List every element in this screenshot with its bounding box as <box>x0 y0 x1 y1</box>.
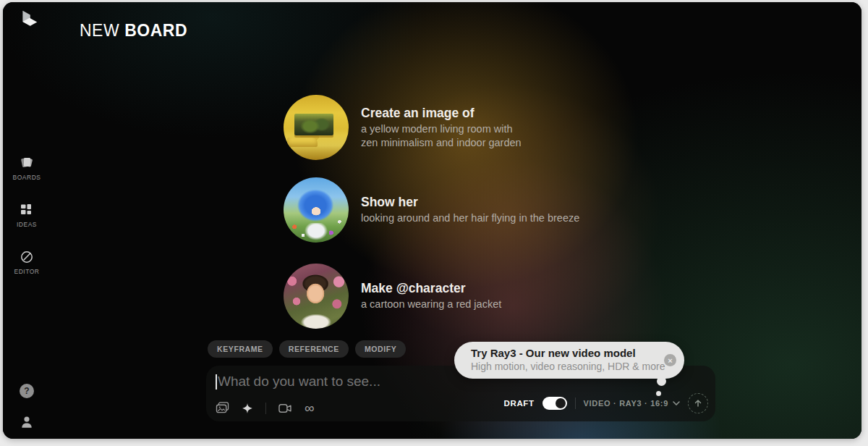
example-image-yellow-living-room <box>284 95 349 160</box>
page-title: NEWBOARD <box>80 21 187 41</box>
model-selector-dropdown[interactable]: VIDEO · RAY3 · 16:9 <box>584 399 680 408</box>
loop-infinity-icon[interactable]: ∞ <box>305 403 315 413</box>
close-icon: × <box>668 356 672 365</box>
ray3-promo-tooltip: Try Ray3 - Our new video model High moti… <box>454 342 684 379</box>
tooltip-subtitle: High motion, video reasoning, HDR & more <box>471 361 684 374</box>
enhance-sparkle-icon[interactable] <box>242 403 253 414</box>
sidebar-item-label: EDITOR <box>14 268 40 275</box>
chip-modify[interactable]: MODIFY <box>355 340 406 358</box>
sidebar-item-label: IDEAS <box>17 221 37 228</box>
example-title: Create an image of <box>361 106 522 121</box>
example-image-anime-girl <box>284 177 349 243</box>
example-prompt-make-character[interactable]: Make @character a cartoon wearing a red … <box>284 264 501 329</box>
example-prompt-show-her[interactable]: Show her looking around and her hair fly… <box>284 177 579 243</box>
submit-button[interactable] <box>688 393 708 413</box>
toggle-knob <box>556 398 566 408</box>
tooltip-tail-dot <box>656 391 661 396</box>
luma-logo-icon[interactable] <box>14 7 41 35</box>
help-button[interactable]: ? <box>20 384 34 398</box>
prompt-mode-chips: KEYFRAME REFERENCE MODIFY <box>208 340 406 358</box>
editor-icon <box>20 250 34 264</box>
model-selector-label: VIDEO · RAY3 · 16:9 <box>584 399 668 408</box>
sidebar-item-ideas[interactable]: IDEAS <box>3 203 51 228</box>
toolbar-divider <box>265 403 266 414</box>
example-subtitle: a yellow modern living room with zen min… <box>361 122 522 148</box>
app-window: BOARDS IDEAS <box>3 2 861 439</box>
question-mark-icon: ? <box>24 386 29 396</box>
page-title-emphasis: BOARD <box>124 21 187 40</box>
chip-keyframe[interactable]: KEYFRAME <box>208 340 273 358</box>
tooltip-title: Try Ray3 - Our new video model <box>471 347 684 361</box>
boards-icon <box>20 156 34 170</box>
sidebar-item-editor[interactable]: EDITOR <box>3 250 51 275</box>
text-caret <box>216 374 217 390</box>
video-camera-icon[interactable] <box>278 403 292 413</box>
composer-toolbar: ∞ <box>216 402 315 414</box>
example-title: Show her <box>361 195 579 210</box>
example-subtitle: a cartoon wearing a red jacket <box>361 298 501 311</box>
example-image-man-portrait <box>284 264 349 329</box>
controls-divider <box>575 397 576 409</box>
chevron-down-icon <box>673 401 680 405</box>
page-title-prefix: NEW <box>80 21 119 40</box>
example-prompt-create-image[interactable]: Create an image of a yellow modern livin… <box>284 95 522 160</box>
tooltip-tail <box>657 376 666 386</box>
screenshot-frame: BOARDS IDEAS <box>0 0 868 446</box>
draft-label: DRAFT <box>504 399 535 408</box>
add-media-icon[interactable] <box>216 402 229 414</box>
chip-reference[interactable]: REFERENCE <box>279 340 349 358</box>
profile-button[interactable] <box>20 415 34 429</box>
composer-controls: DRAFT VIDEO · RAY3 · 16:9 <box>504 393 708 413</box>
sidebar-item-boards[interactable]: BOARDS <box>3 156 51 181</box>
tooltip-close-button[interactable]: × <box>664 354 676 366</box>
example-subtitle: looking around and her hair flying in th… <box>361 211 579 224</box>
arrow-up-icon <box>693 398 703 408</box>
draft-toggle[interactable] <box>542 397 567 410</box>
ideas-icon <box>20 203 34 217</box>
sidebar-item-label: BOARDS <box>13 174 41 181</box>
person-icon <box>20 415 34 429</box>
sidebar: BOARDS IDEAS <box>3 2 51 439</box>
example-title: Make @character <box>361 281 501 296</box>
